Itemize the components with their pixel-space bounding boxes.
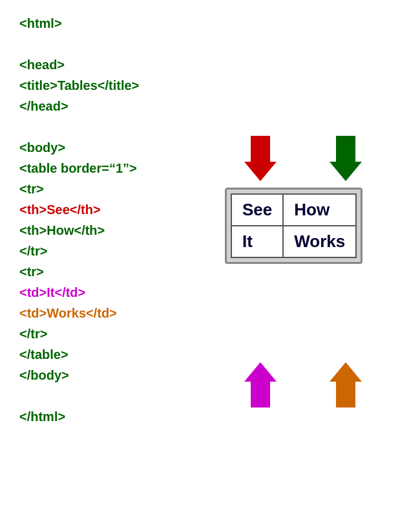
code-line-blank2 — [19, 116, 139, 137]
code-line-title: <title>Tables</title> — [19, 75, 139, 96]
arrow-green-down — [330, 136, 362, 181]
arrow-red-down — [244, 136, 277, 181]
code-line-table-close: </table> — [19, 344, 139, 365]
code-line-blank3 — [19, 386, 139, 406]
svg-marker-2 — [244, 362, 277, 408]
code-line-body-open: <body> — [19, 137, 139, 158]
code-display: <html> <head> <title>Tables</title> </he… — [19, 13, 139, 427]
svg-marker-1 — [330, 136, 362, 181]
code-line-table-open: <table border=“1”> — [19, 158, 139, 179]
code-line-tr2-open: <tr> — [19, 261, 139, 282]
code-line-th-see: <th>See</th> — [19, 199, 139, 220]
code-line-tr1-open: <tr> — [19, 179, 139, 199]
table-cell-works: Works — [283, 226, 356, 257]
table-data-row: It Works — [231, 226, 356, 257]
table-visualization: See How It Works — [225, 188, 362, 264]
code-line-body-close: </body> — [19, 365, 139, 386]
arrow-orange-up — [330, 362, 362, 408]
code-line-head-close: </head> — [19, 96, 139, 116]
code-line-head-open: <head> — [19, 54, 139, 75]
code-line-html-open: <html> — [19, 13, 139, 34]
html-table-preview: See How It Works — [231, 193, 357, 258]
code-line-th-how: <th>How</th> — [19, 220, 139, 241]
svg-marker-3 — [330, 362, 362, 408]
code-line-td-works: <td>Works</td> — [19, 303, 139, 323]
code-line-html-close: </html> — [19, 406, 139, 427]
arrow-magenta-up — [244, 362, 277, 408]
code-line-blank1 — [19, 34, 139, 54]
svg-marker-0 — [244, 136, 277, 181]
table-header-row: See How — [231, 194, 356, 226]
table-header-see: See — [231, 194, 283, 226]
code-line-tr1-close: </tr> — [19, 241, 139, 261]
table-cell-it: It — [231, 226, 283, 257]
code-line-tr2-close: </tr> — [19, 323, 139, 344]
table-header-how: How — [283, 194, 356, 226]
code-line-td-it: <td>It</td> — [19, 282, 139, 303]
